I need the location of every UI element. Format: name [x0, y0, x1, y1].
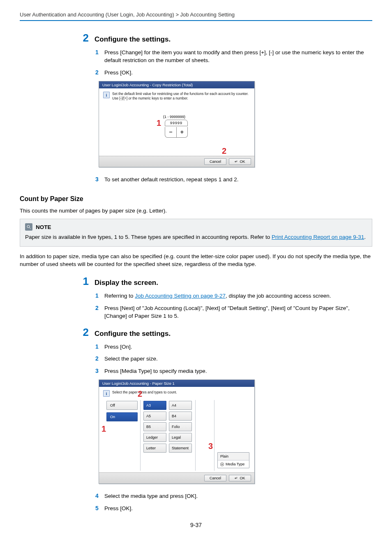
size-b5-button[interactable]: B5 — [143, 422, 166, 431]
info-icon: i — [103, 390, 110, 397]
job-accounting-setting-link[interactable]: Job Accounting Setting on page 9-27 — [135, 293, 226, 299]
media-type-label: Media Type — [226, 462, 244, 466]
substep-number: 5 — [95, 504, 100, 513]
note-text: . — [364, 234, 366, 240]
svg-point-0 — [27, 225, 30, 228]
callout-1: 1 — [101, 425, 106, 433]
dialog-title: User Login/Job Accounting - Paper Size 1 — [99, 380, 254, 387]
step-number: 1 — [77, 275, 89, 288]
step-heading: Display the screen. — [95, 279, 158, 287]
cancel-button[interactable]: Cancel — [204, 475, 226, 481]
substep-number: 1 — [95, 343, 100, 351]
substep-number: 4 — [95, 492, 100, 500]
substep-text: Press [On]. — [104, 343, 132, 351]
substep-number: 3 — [95, 367, 100, 375]
substep-text: Referring to Job Accounting Setting on p… — [104, 292, 331, 300]
gear-icon — [220, 462, 224, 466]
callout-3: 3 — [208, 442, 213, 450]
substep-text: Press [Change] for the item you want to … — [104, 49, 372, 65]
page-number: 9-37 — [20, 522, 372, 528]
size-a3-button[interactable]: A3 — [143, 401, 166, 410]
size-a5-button[interactable]: A5 — [143, 412, 166, 421]
size-b4-button[interactable]: B4 — [169, 412, 192, 421]
plus-minus-group: − + — [165, 127, 188, 138]
substep-number: 2 — [95, 355, 100, 363]
plus-button[interactable]: + — [177, 127, 188, 137]
size-folio-button[interactable]: Folio — [169, 422, 192, 431]
header-rule — [20, 20, 372, 21]
return-icon: ↵ — [235, 160, 238, 164]
callout-1: 1 — [157, 119, 161, 127]
minus-button[interactable]: − — [165, 127, 177, 137]
step-number: 2 — [77, 326, 89, 339]
size-a4-button[interactable]: A4 — [169, 401, 192, 410]
dialog-title: User Login/Job Accounting - Copy Restric… — [99, 81, 254, 88]
dialog-message: Set the default limit value for restrict… — [112, 92, 249, 101]
dialog-paper-size: User Login/Job Accounting - Paper Size 1… — [99, 379, 255, 484]
breadcrumb: User Authentication and Accounting (User… — [20, 12, 372, 18]
note-text: Paper size is available in five types, 1… — [25, 234, 272, 240]
substep-text: Select the paper size. — [104, 355, 158, 363]
print-accounting-report-link[interactable]: Print Accounting Report on page 9-31 — [272, 234, 364, 240]
substep-text: Press [Next] of "Job Accounting (Local)"… — [104, 305, 372, 320]
substep-text: To set another default restriction, repe… — [104, 176, 238, 184]
size-letter-button[interactable]: Letter — [143, 444, 166, 453]
step-heading: Configure the settings. — [95, 330, 171, 338]
callout-2: 2 — [138, 390, 142, 398]
substep-number: 1 — [95, 292, 100, 300]
cancel-button[interactable]: Cancel — [204, 158, 226, 165]
substep-text: Press [Media Type] to specify media type… — [104, 368, 207, 375]
range-label: (1 - 9999999) — [163, 115, 185, 119]
size-ledger-button[interactable]: Ledger — [143, 433, 166, 442]
substep-number: 1 — [95, 49, 100, 57]
substep-text: Select the media type and press [OK]. — [104, 493, 198, 500]
dialog-copy-restriction: User Login/Job Accounting - Copy Restric… — [99, 81, 255, 167]
svg-line-1 — [30, 228, 31, 229]
on-button[interactable]: On — [106, 412, 138, 421]
step-heading: Configure the settings. — [95, 35, 171, 44]
substep-number: 2 — [95, 304, 100, 312]
ok-button[interactable]: ↵OK — [229, 475, 251, 481]
callout-2: 2 — [222, 147, 226, 155]
substep-text: Press [OK]. — [104, 505, 133, 513]
return-icon: ↵ — [235, 476, 238, 480]
dialog-message: Select the paper sizes and types to coun… — [112, 390, 177, 394]
substep-text: Press [OK]. — [104, 69, 133, 77]
size-legal-button[interactable]: Legal — [169, 433, 192, 442]
media-type-value: Plain — [218, 453, 249, 460]
media-type-button[interactable]: Plain Media Type — [217, 452, 249, 468]
substep-number: 3 — [95, 176, 100, 184]
substep-number: 2 — [95, 69, 100, 77]
value-display: 99999 — [165, 120, 188, 126]
paragraph: This counts the number of pages by paper… — [20, 207, 372, 215]
note-label: NOTE — [36, 224, 51, 230]
paragraph: In addition to paper size, media type ca… — [20, 252, 372, 268]
note-icon — [25, 223, 32, 231]
note-box: NOTE Paper size is available in five typ… — [20, 219, 372, 247]
ok-button[interactable]: ↵OK — [229, 158, 251, 165]
size-statement-button[interactable]: Statement — [169, 444, 192, 453]
info-icon: i — [103, 92, 110, 98]
off-button[interactable]: Off — [106, 401, 138, 410]
section-title: Count by Paper Size — [20, 195, 372, 203]
step-number: 2 — [77, 32, 89, 44]
